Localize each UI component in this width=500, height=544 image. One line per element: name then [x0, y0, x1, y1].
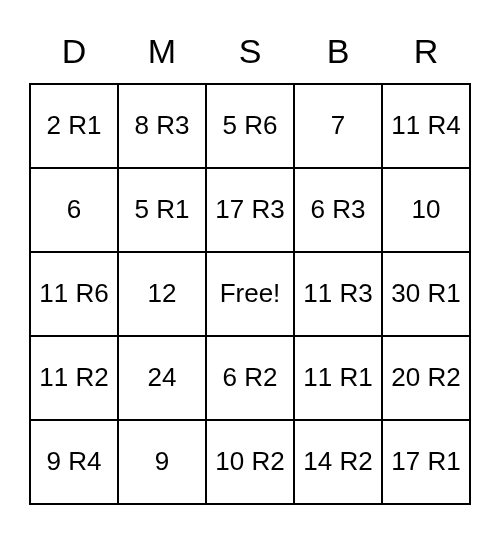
bingo-cell[interactable]: 30 R1 — [382, 252, 470, 336]
bingo-row: 11 R6 12 Free! 11 R3 30 R1 — [30, 252, 470, 336]
bingo-cell[interactable]: 10 — [382, 168, 470, 252]
bingo-cell[interactable]: 20 R2 — [382, 336, 470, 420]
bingo-cell[interactable]: 5 R6 — [206, 84, 294, 168]
bingo-cell[interactable]: 14 R2 — [294, 420, 382, 504]
header-row: D M S B R — [30, 20, 470, 84]
bingo-cell[interactable]: 2 R1 — [30, 84, 118, 168]
header-cell-s: S — [206, 20, 294, 84]
bingo-card: D M S B R 2 R1 8 R3 5 R6 7 11 R4 6 5 R1 … — [29, 20, 471, 505]
bingo-row: 6 5 R1 17 R3 6 R3 10 — [30, 168, 470, 252]
bingo-cell[interactable]: 6 R3 — [294, 168, 382, 252]
bingo-cell[interactable]: 9 R4 — [30, 420, 118, 504]
bingo-cell[interactable]: 17 R3 — [206, 168, 294, 252]
bingo-cell[interactable]: 11 R6 — [30, 252, 118, 336]
bingo-cell[interactable]: 6 R2 — [206, 336, 294, 420]
bingo-cell[interactable]: 11 R2 — [30, 336, 118, 420]
header-cell-d: D — [30, 20, 118, 84]
bingo-cell[interactable]: 24 — [118, 336, 206, 420]
bingo-cell[interactable]: 11 R3 — [294, 252, 382, 336]
bingo-cell[interactable]: 11 R1 — [294, 336, 382, 420]
bingo-cell[interactable]: 11 R4 — [382, 84, 470, 168]
bingo-cell-free[interactable]: Free! — [206, 252, 294, 336]
bingo-cell[interactable]: 5 R1 — [118, 168, 206, 252]
header-cell-r: R — [382, 20, 470, 84]
bingo-cell[interactable]: 7 — [294, 84, 382, 168]
header-cell-b: B — [294, 20, 382, 84]
bingo-row: 9 R4 9 10 R2 14 R2 17 R1 — [30, 420, 470, 504]
bingo-cell[interactable]: 10 R2 — [206, 420, 294, 504]
bingo-row: 2 R1 8 R3 5 R6 7 11 R4 — [30, 84, 470, 168]
bingo-cell[interactable]: 17 R1 — [382, 420, 470, 504]
header-cell-m: M — [118, 20, 206, 84]
bingo-row: 11 R2 24 6 R2 11 R1 20 R2 — [30, 336, 470, 420]
bingo-cell[interactable]: 9 — [118, 420, 206, 504]
bingo-cell[interactable]: 12 — [118, 252, 206, 336]
bingo-cell[interactable]: 8 R3 — [118, 84, 206, 168]
bingo-cell[interactable]: 6 — [30, 168, 118, 252]
